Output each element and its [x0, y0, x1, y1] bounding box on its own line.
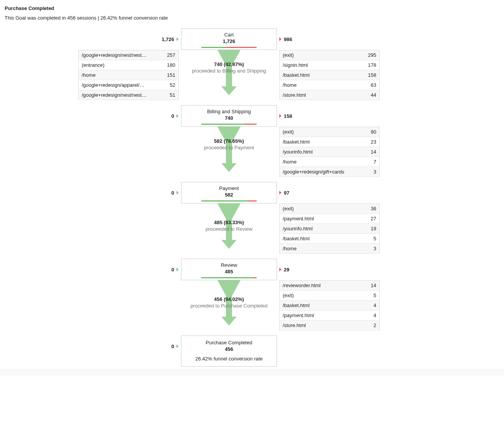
proceed-desc: proceeded to Purchase Completed [181, 303, 277, 309]
table-row[interactable]: /google+redesign/nest/nest…51 [79, 90, 178, 100]
funnel-step: 0Purchase Completed45626.42% funnel conv… [5, 335, 499, 367]
path-label: /google+redesign/apparel/… [82, 82, 145, 88]
table-row[interactable]: /home63 [280, 80, 379, 90]
step-in-count: 0 [171, 259, 179, 280]
path-label: /basket.html [283, 235, 310, 242]
down-funnel: 740 (42.87%)proceeded to Billing and Shi… [181, 50, 277, 96]
table-row[interactable]: /google+redesign/gift+cards3 [280, 167, 379, 177]
table-row[interactable]: /store.html2 [280, 321, 379, 331]
table-row[interactable]: /payment.html27 [280, 214, 379, 224]
path-label: /revieworder.html [283, 282, 321, 289]
arrow-right-red-icon [279, 37, 282, 41]
bar-proceed-segment [201, 200, 247, 202]
path-label: /basket.html [283, 139, 310, 145]
path-label: /store.html [283, 92, 306, 98]
table-row[interactable]: /yourinfo.html19 [280, 224, 379, 234]
path-count: 63 [369, 82, 376, 88]
step-box[interactable]: Billing and Shipping740 [181, 105, 277, 127]
path-count: 2 [371, 322, 376, 329]
path-label: /signin.html [283, 62, 308, 68]
step-in-count: 0 [171, 105, 179, 127]
step-box[interactable]: Payment582 [181, 182, 277, 203]
proceed-stat: 456 (94.02%) [181, 296, 277, 302]
goal-title: Purchase Completed [5, 5, 499, 11]
step-name: Billing and Shipping [184, 109, 274, 114]
step-count: 456 [184, 346, 274, 352]
in-paths-table: /google+redesign/nest/nest…257(entrance)… [78, 50, 179, 100]
table-row[interactable]: /revieworder.html14 [280, 281, 379, 291]
step-box[interactable]: Cart1,726 [181, 28, 277, 50]
path-label: (entrance) [82, 62, 104, 68]
bar-proceed-segment [201, 124, 245, 125]
step-name: Cart [184, 32, 274, 38]
path-label: /google+redesign/gift+cards [283, 169, 344, 175]
table-row[interactable]: /basket.html23 [280, 137, 379, 147]
down-funnel: 582 (78.65%)proceeded to Payment [181, 127, 277, 173]
footer-edge [0, 369, 504, 376]
table-row[interactable]: /home3 [280, 244, 379, 254]
step-out-count: 29 [279, 259, 289, 280]
subtitle-sep: sessions | [76, 15, 100, 21]
table-row[interactable]: (exit)36 [280, 204, 379, 214]
funnel-step: 0Review485456 (94.02%)proceeded to Purch… [5, 259, 499, 335]
bar-drop-segment [225, 47, 257, 48]
step-box[interactable]: Purchase Completed45626.42% funnel conve… [181, 335, 277, 367]
path-count: 180 [165, 62, 175, 68]
path-count: 23 [369, 139, 376, 145]
table-row[interactable]: (exit)295 [280, 50, 379, 60]
path-count: 14 [369, 149, 376, 155]
path-count: 257 [165, 52, 175, 58]
arrow-right-green-icon [176, 114, 179, 118]
out-paths-table: (exit)36/payment.html27/yourinfo.html19/… [279, 203, 380, 254]
path-label: (exit) [283, 292, 294, 299]
step-name: Payment [184, 185, 274, 191]
proceed-desc: proceeded to Review [181, 226, 277, 232]
path-label: /yourinfo.html [283, 149, 313, 155]
table-row[interactable]: /basket.html4 [280, 301, 379, 311]
in-count-value: 0 [171, 190, 174, 196]
table-row[interactable]: /yourinfo.html14 [280, 147, 379, 157]
path-label: /yourinfo.html [283, 225, 313, 232]
arrow-right-red-icon [279, 114, 282, 118]
arrow-right-green-icon [176, 37, 179, 41]
table-row[interactable]: (entrance)180 [79, 60, 178, 70]
table-row[interactable]: /payment.html4 [280, 311, 379, 321]
step-out-count: 986 [279, 28, 292, 50]
funnel-step: 0Payment582485 (83.33%)proceeded to Revi… [5, 182, 499, 259]
out-count-value: 986 [284, 36, 292, 42]
path-count: 44 [369, 92, 376, 98]
out-paths-table: (exit)90/basket.html23/yourinfo.html14/h… [279, 127, 380, 177]
table-row[interactable]: /google+redesign/nest/nest…257 [79, 50, 178, 60]
table-row[interactable]: /signin.html178 [280, 60, 379, 70]
table-row[interactable]: /basket.html5 [280, 234, 379, 244]
funnel-step: 0Billing and Shipping740582 (78.65%)proc… [5, 105, 499, 182]
step-name: Purchase Completed [184, 340, 274, 345]
goal-subtitle: This Goal was completed in 456 sessions … [5, 15, 499, 21]
path-count: 51 [168, 92, 175, 98]
step-box[interactable]: Review485 [181, 259, 277, 280]
subtitle-sessions: 456 [67, 15, 76, 21]
table-row[interactable]: /home151 [79, 70, 178, 80]
path-label: (exit) [283, 205, 294, 212]
table-row[interactable]: /home7 [280, 157, 379, 167]
table-row[interactable]: /store.html44 [280, 90, 379, 100]
bar-drop-segment [247, 200, 257, 202]
table-row[interactable]: (exit)90 [280, 127, 379, 137]
proceed-bar [201, 124, 257, 125]
proceed-stat: 740 (42.87%) [181, 61, 277, 67]
step-count: 1,726 [184, 38, 274, 44]
proceed-bar [201, 47, 257, 48]
path-count: 19 [369, 225, 376, 232]
path-count: 158 [366, 72, 376, 78]
step-in-count: 0 [171, 182, 179, 203]
table-row[interactable]: /google+redesign/apparel/…52 [79, 80, 178, 90]
path-count: 5 [371, 235, 376, 242]
out-count-value: 97 [284, 190, 289, 196]
in-count-value: 0 [171, 344, 174, 349]
arrow-right-red-icon [279, 191, 282, 195]
bar-drop-segment [253, 277, 257, 278]
path-label: /store.html [283, 322, 306, 329]
table-row[interactable]: /basket.html158 [280, 70, 379, 80]
table-row[interactable]: (exit)5 [280, 291, 379, 301]
down-funnel: 456 (94.02%)proceeded to Purchase Comple… [181, 280, 277, 326]
